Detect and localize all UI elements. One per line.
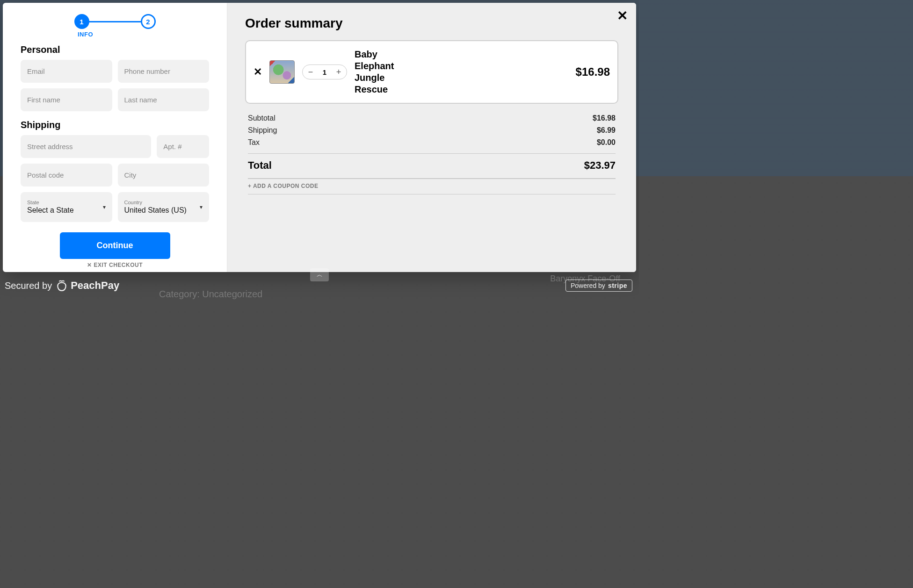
background-category-text: Category: Uncategorized [159,289,262,300]
close-icon: ✕ [254,66,262,78]
background-product-text: Baryonyx Face-Off [550,274,620,284]
tax-row: Tax $0.00 [248,136,616,149]
postal-field[interactable] [21,164,112,186]
apt-field[interactable] [157,135,209,158]
close-icon: ✕ [617,8,628,23]
order-summary-title: Order summary [245,16,618,31]
city-field[interactable] [118,164,210,186]
exit-label: EXIT CHECKOUT [94,262,143,268]
divider [248,153,616,154]
product-thumbnail [269,60,295,84]
street-field[interactable] [21,135,151,158]
secured-label: Secured by [5,280,52,291]
close-icon: ✕ [87,262,92,268]
secured-by: Secured by PeachPay [5,280,119,292]
quantity-stepper: − 1 + [302,65,347,79]
qty-value: 1 [319,68,331,76]
state-value: Select a State [27,206,74,214]
subtotal-value: $16.98 [593,114,616,122]
stepper: 1 2 [21,14,209,29]
shipping-row: Shipping $6.99 [248,124,616,136]
country-label: Country [124,200,203,205]
scroll-to-top-button[interactable]: ︿ [310,268,329,281]
checkout-form-panel: 1 2 INFO Personal Shipping State Select … [3,3,227,272]
exit-checkout-button[interactable]: ✕EXIT CHECKOUT [21,262,209,268]
total-row: Total $23.97 [248,158,616,172]
caret-down-icon: ▾ [200,204,203,210]
close-modal-button[interactable]: ✕ [617,9,628,22]
caret-down-icon: ▾ [103,204,106,210]
country-value: United States (US) [124,206,187,214]
chevron-up-icon: ︿ [317,271,323,279]
step-1-label: INFO [3,31,209,38]
plus-icon: + [336,67,341,77]
step-connector [89,21,141,22]
country-select[interactable]: Country United States (US) ▾ [118,192,210,222]
peach-icon [56,280,68,292]
first-name-field[interactable] [21,88,112,111]
phone-field[interactable] [118,60,210,83]
qty-decrease-button[interactable]: − [305,67,316,77]
shipping-label: Shipping [248,126,277,135]
order-summary-panel: ✕ Order summary ✕ − 1 + Baby Elephant Ju… [227,3,636,272]
shipping-value: $6.99 [597,126,616,135]
shipping-heading: Shipping [21,120,209,130]
personal-heading: Personal [21,44,209,55]
peachpay-logo: PeachPay [56,280,119,292]
state-label: State [27,200,106,205]
qty-increase-button[interactable]: + [333,67,344,77]
item-price: $16.98 [576,65,610,79]
step-1-circle[interactable]: 1 [74,14,89,29]
peachpay-name: PeachPay [71,280,119,292]
checkout-modal: 1 2 INFO Personal Shipping State Select … [3,3,636,272]
subtotal-label: Subtotal [248,114,275,122]
tax-label: Tax [248,138,260,147]
step-2-circle[interactable]: 2 [141,14,156,29]
state-select[interactable]: State Select a State ▾ [21,192,112,222]
total-value: $23.97 [584,159,616,172]
subtotal-row: Subtotal $16.98 [248,112,616,124]
last-name-field[interactable] [118,88,210,111]
totals: Subtotal $16.98 Shipping $6.99 Tax $0.00… [245,112,618,194]
tax-value: $0.00 [597,138,616,147]
item-name: Baby Elephant Jungle Rescue [355,49,406,95]
email-field[interactable] [21,60,112,83]
minus-icon: − [308,67,313,77]
add-coupon-button[interactable]: + ADD A COUPON CODE [248,179,616,194]
cart-item: ✕ − 1 + Baby Elephant Jungle Rescue $16.… [245,40,618,104]
footer-bar: Secured by PeachPay ︿ Category: Uncatego… [0,275,639,412]
total-label: Total [248,159,272,172]
remove-item-button[interactable]: ✕ [254,66,262,78]
continue-button[interactable]: Continue [60,232,170,259]
